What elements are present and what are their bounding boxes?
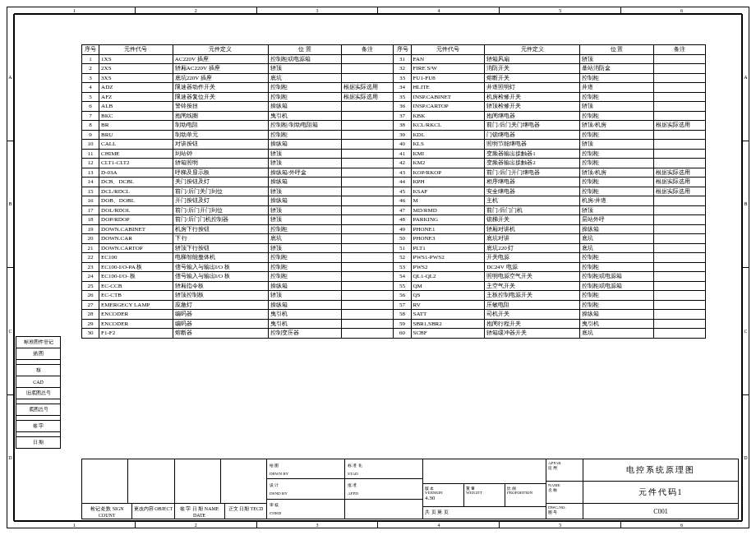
table-row: 21DOWN.CARTOP轿顶下行按钮轿顶51PLT1底坑220 灯底坑 xyxy=(82,243,706,253)
table-row: 17DOL/RDOL前门/后门开门到位轿顶47MD/RMD前门/后门门机轿顶 xyxy=(82,205,706,215)
table-row: 28ENCODER编码器曳引机58SATT司机开关操纵箱 xyxy=(82,310,706,320)
ruler-left: ABCD xyxy=(7,14,14,521)
hdr-seq: 序号 xyxy=(82,45,99,55)
table-row: 27EMERGECY LAMP应急灯操纵箱57RV压敏电阻控制柜 xyxy=(82,300,706,310)
hdr-pos: 位 置 xyxy=(268,45,342,55)
tb-appd: APPD xyxy=(348,491,420,496)
hdr-code-r: 元件代号 xyxy=(411,45,485,55)
tb-sign2: 签 字 日 期 NAME DATE xyxy=(175,504,225,519)
hdr-code: 元件代号 xyxy=(99,45,173,55)
tb-sign: 检记 处数 SIGN COUNT xyxy=(82,504,132,519)
table-row: 22EC100电梯智能整体机控制柜52PWS1-PWS2开关电源控制柜 xyxy=(82,253,706,263)
table-row: 8BR制动电阻控制柜/制动电阻箱38KCL/RKCL前门/后门关门继电器轿顶/机… xyxy=(82,121,706,131)
tb-change: 更改内容 OBJECT xyxy=(132,504,174,519)
drawing-title: 电控系统原理图 xyxy=(583,459,738,481)
tb-sheet: 共 页 第 页 xyxy=(423,507,546,519)
table-row: 33XS底坑220V 插座底坑33FU1-FU8熔断开关控制柜 xyxy=(82,73,706,83)
table-row: 23EC100-I/O-PA 板信号输入与输出I/O 板控制柜53PWS2DC2… xyxy=(82,262,706,272)
hdr-pos-r: 位 置 xyxy=(580,45,654,55)
table-row: 6ALB警铃按扭操纵箱36INSP.CARTOP轿顶检修开关轿顶 xyxy=(82,102,706,112)
tb-drwn: DRWN BY xyxy=(270,472,342,476)
drawing-outer-frame: 123456 123456 ABCD ABCD 序号 元件代号 元件定义 位 置… xyxy=(7,7,749,528)
table-row: 7BKC抱闸线圈曳引机37KBK抱闸继电器控制柜 xyxy=(82,111,706,121)
table-row: 15DCL/RDCL前门/后门关门到位轿顶45KSAF安全继电器控制柜根据实际选… xyxy=(82,187,706,196)
hdr-def-r: 元件定义 xyxy=(485,45,580,55)
table-row: 14DCB、DCBL关门按钮及灯操纵箱44KPH相序继电器控制柜根据实际选用 xyxy=(82,178,706,187)
table-row: 22XS轿厢AC220V 插座轿顶32FIRE S/W消防开关基站消防盒 xyxy=(82,64,706,74)
hdr-note: 备注 xyxy=(342,45,394,55)
side-label-block: 标准图件登记 描 图 核 CAD 旧底图总号 底图总号 签 字 日 期 xyxy=(16,336,61,449)
table-row: 16DOB、DOBL开门按钮及灯操纵箱46M主机机房/井道 xyxy=(82,196,706,206)
ruler-bottom: 123456 xyxy=(14,521,742,528)
table-row: 11XSAC220V 插座控制柜或电源箱31FAN轿箱风扇轿顶 xyxy=(82,54,706,64)
table-row: 18DOP/RDOP前门/后门门机控制器轿顶48PARKING锁梯开关层站外呼 xyxy=(82,215,706,225)
hdr-note-r: 备注 xyxy=(653,45,705,55)
table-row: 25EC-CCB轿厢指令板操纵箱55QM主空气开关控制柜或电源箱 xyxy=(82,281,706,291)
parts-table: 序号 元件代号 元件定义 位 置 备注 序号 元件代号 元件定义 位 置 备注 … xyxy=(81,44,706,339)
table-row: 13D-03A呼梯及显示板操纵箱/外呼盒43KOP/RKOP前门/后门开门继电器… xyxy=(82,168,706,178)
tb-proportion: PROPORTION xyxy=(507,491,544,495)
table-row: 30F1-F2熔断器控制变压器60SCBF轿箱缓冲器开关底坑 xyxy=(82,329,706,339)
table-row: 4ADZ限速器动作开关控制柜根据实际选用34HLITE井道照明灯井道 xyxy=(82,83,706,93)
table-row: 19DOWN.CABINET机房下行按钮控制柜49PHONE1轿厢对讲机操纵箱 xyxy=(82,224,706,234)
table-row: 10CALL对讲按钮操纵箱40KLS照明节能继电器轿顶 xyxy=(82,140,706,150)
table-row: 5AFZ限速器复位开关控制柜根据实际选用35INSP.CABINET机房检修开关… xyxy=(82,92,706,102)
table-header-row: 序号 元件代号 元件定义 位 置 备注 序号 元件代号 元件定义 位 置 备注 xyxy=(82,45,706,55)
hdr-seq-r: 序号 xyxy=(394,45,411,55)
tb-chkd: CHKD xyxy=(270,511,342,515)
drawing-name: 元件代码1 xyxy=(583,482,738,503)
ruler-right: ABCD xyxy=(742,14,749,521)
table-row: 24EC100-I/O- 板信号输入与输出I/O 板控制柜54QL1-QL2照明… xyxy=(82,272,706,282)
hdr-def: 元件定义 xyxy=(173,45,268,55)
table-row: 20DOWN.CAR下 行底坑50PHONE3底坑对讲底坑 xyxy=(82,234,706,244)
tb-weight: WEIGHT xyxy=(466,491,503,495)
drawing-number: C001 xyxy=(583,504,738,519)
table-row: 12CLT1-CLT2轿箱照明轿顶42KM2变频器输出接触器2控制柜 xyxy=(82,159,706,168)
tb-version: 4.30 xyxy=(425,495,462,501)
tb-dsnd: DSND BY xyxy=(270,491,342,496)
table-row: 26EC-CTB轿顶控制板轿顶56QS主板控制电源开关控制柜 xyxy=(82,291,706,301)
tb-tecd: 正文 日期 TECD xyxy=(225,504,266,519)
title-block: 检记 处数 SIGN COUNT 更改内容 OBJECT 签 字 日 期 NAM… xyxy=(81,459,739,519)
table-row: 11CHIME到站钟轿顶41KMI变频器输出接触器1控制柜 xyxy=(82,149,706,159)
table-row: 29ENCODER编码器曳引机59SBR1,SBR2抱闸行程开关曳引机 xyxy=(82,319,706,329)
tb-stad: STAD xyxy=(348,472,420,476)
table-row: 9BRU制动单元控制柜39KDL门锁继电器控制柜 xyxy=(82,130,706,140)
ruler-top: 123456 xyxy=(14,7,742,14)
